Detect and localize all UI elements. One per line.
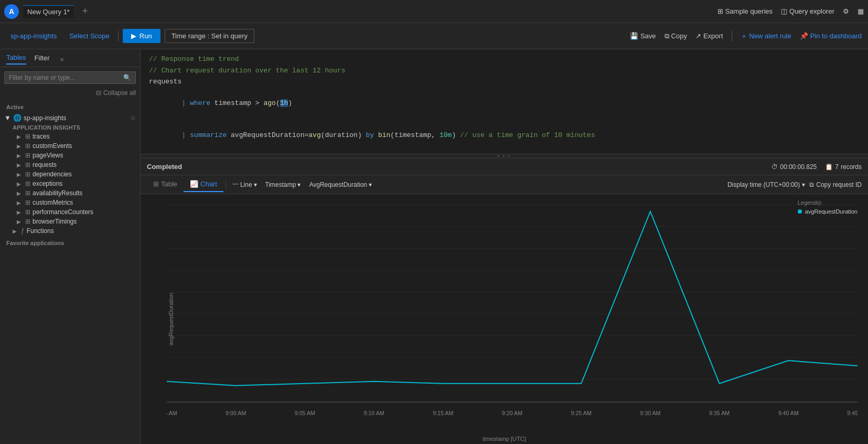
table-tab-icon: ⊞	[153, 180, 159, 188]
table-icon: ⊞	[25, 171, 30, 178]
dependencies-label: dependencies	[33, 171, 72, 178]
avg-request-dropdown[interactable]: AvgRequestDuration ▾	[305, 181, 376, 188]
toolbar: sp-app-insights Select Scope ▶ Run Time …	[0, 23, 868, 49]
chevron-right-icon: ▶	[17, 219, 23, 225]
requests-label: requests	[33, 161, 57, 168]
tab-filter[interactable]: Filter	[35, 54, 50, 64]
timestamp-chevron-icon: ▾	[297, 181, 301, 188]
sample-queries-label: Sample queries	[725, 7, 773, 15]
chevron-right-icon: ▶	[17, 181, 23, 187]
export-button[interactable]: ↗ Export	[695, 32, 723, 40]
query-explorer-icon: ◫	[781, 7, 787, 15]
pin-dashboard-button[interactable]: 📌 Pin to dashboard	[800, 32, 862, 40]
records-meta: 📋 7 records	[825, 163, 862, 171]
settings-button[interactable]: ⚙	[843, 7, 849, 15]
root-item-label: sp-app-insights	[24, 114, 66, 122]
sidebar-item-browsertimings[interactable]: ▶ ⊞ browserTimings	[0, 217, 140, 226]
line-dropdown[interactable]: 〰 Line ▾	[228, 181, 261, 188]
run-button[interactable]: ▶ Run	[123, 29, 160, 43]
table-icon: ⊞	[25, 180, 30, 187]
sidebar-item-functions[interactable]: ▶ ƒ Functions	[0, 226, 140, 236]
editor-resize-handle[interactable]: • • •	[141, 154, 868, 158]
search-input[interactable]	[9, 74, 123, 81]
query-line-4: | where timestamp > ago(1h)	[141, 88, 868, 120]
browsertimings-label: browserTimings	[33, 218, 77, 225]
legend-title: Legend◎	[798, 199, 858, 206]
results-meta: ⏱ 00:00:00.825 📋 7 records	[771, 163, 862, 171]
svg-text:9:25 AM: 9:25 AM	[571, 410, 592, 416]
timestamp-dropdown[interactable]: Timestamp ▾	[261, 181, 305, 188]
new-alert-button[interactable]: ＋ New alert rule	[741, 31, 791, 41]
tab-tables[interactable]: Tables	[6, 54, 26, 65]
pin-label: Pin to dashboard	[810, 32, 862, 40]
export-icon: ↗	[695, 32, 701, 40]
copy-button[interactable]: ⧉ Copy	[665, 32, 687, 40]
select-scope-button[interactable]: Select Scope	[65, 30, 114, 42]
sidebar: Tables Filter « 🔍 ⊟ Collapse all Active …	[0, 49, 141, 444]
query-editor[interactable]: // Response time trend // Chart request …	[141, 49, 868, 154]
save-icon: 💾	[630, 32, 638, 40]
query-line-2: // Chart request duration over the last …	[141, 65, 868, 77]
legend-dot	[798, 209, 802, 214]
sample-queries-button[interactable]: ⊞ Sample queries	[717, 7, 773, 15]
sidebar-item-exceptions[interactable]: ▶ ⊞ exceptions	[0, 179, 140, 188]
sample-queries-icon: ⊞	[717, 7, 723, 15]
query-tab[interactable]: New Query 1*	[23, 5, 74, 18]
alert-icon: ＋	[741, 31, 747, 41]
sidebar-item-pageviews[interactable]: ▶ ⊞ pageViews	[0, 151, 140, 160]
sidebar-item-custommetrics[interactable]: ▶ ⊞ customMetrics	[0, 198, 140, 207]
layout-button[interactable]: ▦	[858, 7, 864, 15]
time-range-button[interactable]: Time range : Set in query	[165, 29, 254, 43]
sidebar-item-customevents[interactable]: ▶ ⊞ customEvents	[0, 141, 140, 151]
top-bar-right: ⊞ Sample queries ◫ Query explorer ⚙ ▦	[717, 7, 864, 15]
globe-icon: 🌐	[13, 114, 22, 122]
svg-text:9:30 AM: 9:30 AM	[640, 410, 660, 416]
records-icon: 📋	[825, 163, 833, 171]
tab-chart[interactable]: 📈 Chart	[184, 177, 223, 192]
traces-label: traces	[33, 133, 50, 140]
avg-chevron-icon: ▾	[369, 181, 372, 188]
search-box: 🔍	[4, 71, 136, 84]
query-line-3: requests	[141, 76, 868, 88]
legend-item: avgRequestDuration	[798, 208, 858, 215]
export-label: Export	[703, 32, 723, 40]
chart-legend: Legend◎ avgRequestDuration	[798, 199, 858, 215]
sidebar-item-performancecounters[interactable]: ▶ ⊞ performanceCounters	[0, 207, 140, 217]
collapse-icon: ⊟	[96, 89, 101, 97]
pageviews-label: pageViews	[33, 152, 63, 159]
chevron-right-icon: ▶	[17, 172, 23, 177]
chevron-right-icon: ▶	[17, 209, 23, 215]
chart-container: avgRequestDuration timestamp [UTC] Legen…	[141, 194, 868, 444]
copy-request-icon: ⧉	[809, 181, 814, 188]
root-item[interactable]: ▼ 🌐 sp-app-insights ☆	[0, 112, 140, 123]
clock-icon: ⏱	[771, 163, 778, 171]
chart-tab-icon: 📈	[190, 180, 198, 188]
results-header: Completed ⏱ 00:00:00.825 📋 7 records	[141, 158, 868, 175]
collapse-sidebar-button[interactable]: «	[58, 55, 66, 63]
toolbar-divider-1	[118, 31, 119, 41]
chart-line	[167, 212, 858, 386]
table-icon: ⊞	[25, 133, 30, 140]
results-area: Completed ⏱ 00:00:00.825 📋 7 records	[141, 158, 868, 444]
table-tab-label: Table	[161, 180, 177, 188]
time-meta: ⏱ 00:00:00.825	[771, 163, 817, 171]
add-tab-button[interactable]: +	[78, 6, 92, 17]
query-explorer-button[interactable]: ◫ Query explorer	[781, 7, 834, 15]
sidebar-item-traces[interactable]: ▶ ⊞ traces	[0, 132, 140, 141]
sidebar-item-requests[interactable]: ▶ ⊞ requests	[0, 160, 140, 170]
sidebar-item-dependencies[interactable]: ▶ ⊞ dependencies	[0, 170, 140, 179]
copy-request-id-button[interactable]: ⧉ Copy request ID	[809, 181, 862, 188]
exceptions-label: exceptions	[33, 180, 62, 187]
svg-text:9:35 AM: 9:35 AM	[709, 410, 730, 416]
toolbar-right: 💾 Save ⧉ Copy ↗ Export ＋ New alert rule …	[630, 31, 862, 41]
svg-text:9:20 AM: 9:20 AM	[502, 410, 522, 416]
save-button[interactable]: 💾 Save	[630, 32, 656, 40]
chevron-right-icon: ▶	[17, 200, 23, 206]
results-tabs: ⊞ Table 📈 Chart 〰 Line ▾ Timestamp ▾	[141, 175, 868, 194]
tab-table[interactable]: ⊞ Table	[147, 177, 184, 192]
chevron-down-icon: ▼	[4, 114, 11, 122]
line-chevron-icon: ▾	[254, 181, 257, 188]
collapse-all-button[interactable]: ⊟ Collapse all	[0, 88, 140, 100]
display-time-dropdown[interactable]: Display time (UTC+00:00) ▾	[727, 181, 805, 188]
sidebar-item-availabilityresults[interactable]: ▶ ⊞ availabilityResults	[0, 188, 140, 198]
